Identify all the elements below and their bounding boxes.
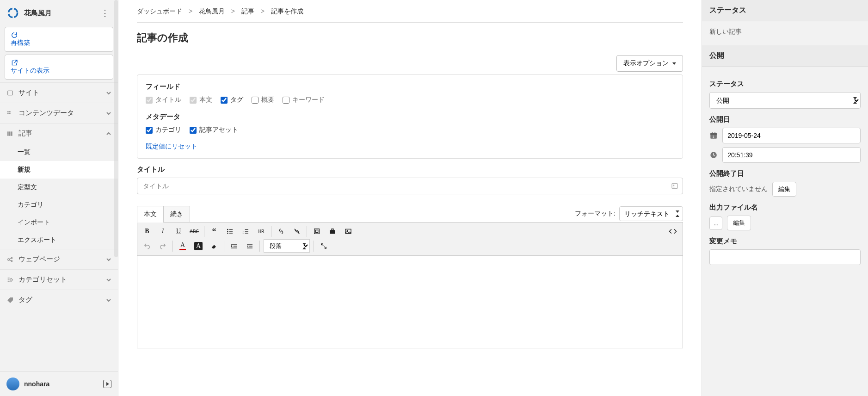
outdent-icon[interactable] [242, 239, 258, 253]
outfile-edit-button[interactable]: 編集 [727, 216, 751, 230]
svg-rect-36 [249, 246, 252, 246]
fields-heading: フィールド [146, 82, 674, 91]
svg-rect-25 [245, 233, 248, 233]
undo-icon[interactable] [139, 239, 155, 253]
avatar [6, 377, 19, 390]
logo-icon [6, 6, 19, 19]
status-heading: ステータス [702, 0, 868, 21]
breadcrumb-entries[interactable]: 記事 [241, 7, 254, 15]
chevron-up-icon [106, 131, 111, 136]
svg-rect-28 [330, 230, 335, 234]
sidebar-item-list[interactable]: 一覧 [0, 143, 118, 161]
block-format-select[interactable]: 段落 [264, 239, 310, 253]
blockquote-icon[interactable]: “ [206, 224, 222, 238]
tab-body[interactable]: 本文 [137, 206, 164, 223]
hr-icon[interactable]: HR [253, 224, 269, 238]
title-input[interactable] [137, 178, 683, 194]
chk-tags[interactable]: タグ [221, 96, 243, 104]
svg-rect-17 [229, 231, 233, 231]
bold-icon[interactable]: B [139, 224, 155, 238]
nav-group-category-set[interactable]: カテゴリセット [0, 269, 118, 290]
play-icon[interactable] [103, 380, 111, 388]
chk-summary[interactable]: 概要 [252, 96, 274, 104]
contact-card-icon[interactable] [671, 182, 678, 190]
italic-icon[interactable]: I [155, 224, 171, 238]
chk-title[interactable]: タイトル [146, 96, 181, 104]
svg-rect-2 [7, 111, 9, 112]
rebuild-icon [11, 31, 18, 39]
sidebar-item-templates[interactable]: 定型文 [0, 179, 118, 196]
content-data-icon [6, 110, 14, 117]
outfile-value: ... [709, 217, 722, 230]
numbered-list-icon[interactable]: 123 [238, 224, 253, 238]
unlink-icon[interactable] [289, 224, 305, 238]
svg-rect-41 [714, 132, 715, 134]
svg-point-18 [227, 233, 228, 234]
user-footer[interactable]: nnohara [0, 371, 118, 396]
display-options-button[interactable]: 表示オプション [616, 55, 683, 72]
nav-group-content-data[interactable]: コンテンツデータ [0, 103, 118, 123]
image-icon[interactable] [340, 224, 356, 238]
sidebar-item-export[interactable]: エクスポート [0, 231, 118, 249]
chevron-down-icon [106, 277, 111, 283]
pubdate-label: 公開日 [709, 115, 861, 124]
pubdate-input[interactable] [722, 128, 861, 143]
status-select[interactable]: 公開 [709, 92, 861, 109]
sidebar-item-new[interactable]: 新規 [0, 161, 118, 179]
source-code-icon[interactable] [665, 224, 681, 238]
bg-color-icon[interactable]: A [191, 239, 206, 253]
nav-group-webpages[interactable]: ウェブページ [0, 249, 118, 269]
chevron-down-icon [106, 90, 111, 96]
unpub-edit-button[interactable]: 編集 [772, 182, 796, 197]
rebuild-button[interactable]: 再構築 [5, 27, 113, 52]
format-select[interactable]: リッチテキスト [619, 206, 683, 221]
kebab-menu-icon[interactable]: ⋮ [97, 7, 113, 19]
redo-icon[interactable] [155, 239, 171, 253]
chevron-down-icon [106, 297, 111, 303]
chk-entry-asset[interactable]: 記事アセット [190, 126, 238, 134]
memo-input[interactable] [709, 249, 861, 265]
nav-group-tags[interactable]: タグ [0, 290, 118, 310]
sidebar: 花鳥風月 ⋮ 再構築 サイトの表示 サイト コンテンツデータ [0, 0, 118, 396]
briefcase-icon[interactable] [325, 224, 340, 238]
chk-category[interactable]: カテゴリ [146, 126, 181, 134]
link-icon[interactable] [273, 224, 289, 238]
breadcrumb-dashboard[interactable]: ダッシュボード [137, 7, 182, 15]
asset-icon[interactable] [309, 224, 325, 238]
bullet-list-icon[interactable] [222, 224, 238, 238]
svg-rect-6 [7, 131, 9, 136]
external-link-icon [11, 59, 18, 67]
svg-rect-5 [9, 113, 11, 114]
svg-rect-33 [234, 246, 237, 246]
site-title[interactable]: 花鳥風月 [24, 9, 97, 18]
svg-rect-27 [315, 230, 318, 232]
tab-more[interactable]: 続き [163, 206, 190, 223]
view-site-label: サイトの表示 [11, 67, 49, 74]
pubtime-input[interactable] [722, 147, 861, 163]
reset-defaults-link[interactable]: 既定値にリセット [146, 142, 197, 150]
svg-rect-26 [314, 229, 320, 234]
chk-keywords[interactable]: キーワード [283, 96, 325, 104]
strikethrough-icon[interactable]: ABC [186, 224, 202, 238]
caret-down-icon [672, 62, 676, 65]
text-color-icon[interactable]: A [175, 239, 191, 253]
site-icon [6, 89, 14, 97]
underline-icon[interactable]: U [171, 224, 186, 238]
svg-rect-19 [229, 233, 233, 233]
indent-icon[interactable] [226, 239, 242, 253]
breadcrumb-site[interactable]: 花鳥風月 [199, 7, 225, 15]
editor-textarea[interactable] [137, 256, 683, 348]
nav-group-site[interactable]: サイト [0, 82, 118, 103]
eraser-icon[interactable] [206, 239, 222, 253]
chevron-down-icon [106, 111, 111, 116]
sidebar-item-categories[interactable]: カテゴリ [0, 196, 118, 214]
sidebar-item-import[interactable]: インポート [0, 214, 118, 231]
username: nnohara [24, 380, 103, 388]
fullscreen-icon[interactable] [316, 239, 332, 253]
view-site-button[interactable]: サイトの表示 [5, 55, 113, 80]
tags-icon [6, 297, 14, 304]
entries-icon [6, 130, 14, 137]
fields-panel: フィールド タイトル 本文 タグ 概要 キーワード メタデータ カテゴリ 記事ア… [137, 74, 683, 159]
nav-group-entries[interactable]: 記事 [0, 123, 118, 143]
chk-body[interactable]: 本文 [190, 96, 212, 104]
